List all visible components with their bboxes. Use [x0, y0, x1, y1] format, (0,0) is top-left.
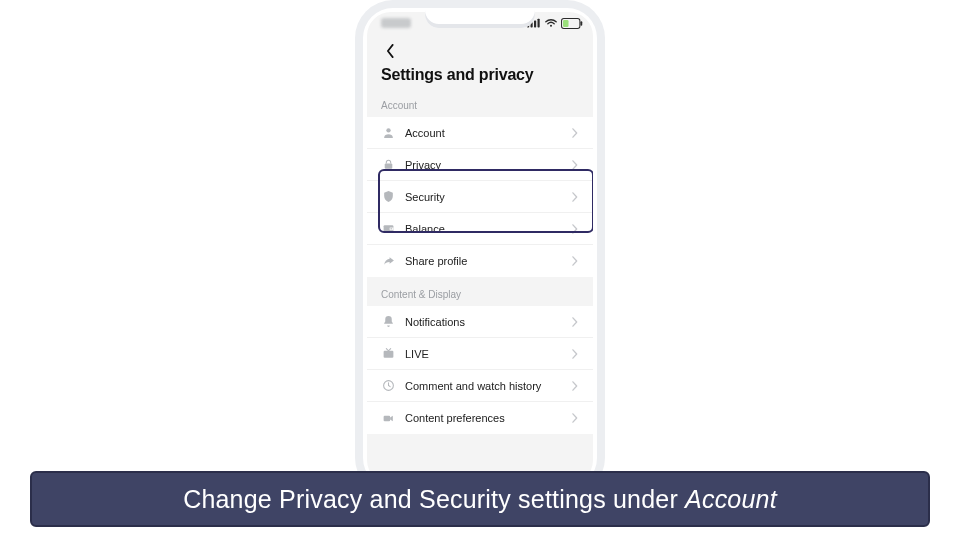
row-label: Share profile [405, 255, 561, 267]
chevron-right-icon [571, 317, 579, 327]
chevron-right-icon [571, 192, 579, 202]
svg-rect-6 [580, 21, 582, 25]
svg-rect-9 [384, 163, 392, 168]
row-account[interactable]: Account [367, 117, 593, 149]
phone-notch [425, 8, 535, 28]
section-header-account: Account [367, 88, 593, 117]
chevron-right-icon [571, 349, 579, 359]
caption-bar: Change Privacy and Security settings und… [30, 471, 930, 527]
row-balance[interactable]: Balance [367, 213, 593, 245]
battery-icon [561, 18, 583, 29]
phone-frame: Settings and privacy Account Account Pri… [363, 8, 597, 488]
chevron-right-icon [571, 256, 579, 266]
svg-rect-13 [383, 351, 393, 358]
svg-rect-3 [538, 19, 540, 28]
svg-point-12 [390, 228, 391, 229]
person-icon [381, 126, 395, 140]
share-icon [381, 254, 395, 268]
wifi-icon [545, 18, 557, 28]
video-icon [381, 411, 395, 425]
chevron-right-icon [571, 413, 579, 423]
caption-emphasis: Account [685, 485, 777, 513]
row-privacy[interactable]: Privacy [367, 149, 593, 181]
caption-prefix: Change Privacy and Security settings und… [183, 485, 685, 513]
row-share-profile[interactable]: Share profile [367, 245, 593, 277]
row-label: Security [405, 191, 561, 203]
row-live[interactable]: LIVE [367, 338, 593, 370]
svg-point-8 [386, 128, 390, 132]
row-label: Privacy [405, 159, 561, 171]
section-content: Notifications LIVE Comment and watch his… [367, 306, 593, 434]
row-label: Balance [405, 223, 561, 235]
live-icon [381, 347, 395, 361]
row-content-preferences[interactable]: Content preferences [367, 402, 593, 434]
chevron-right-icon [571, 128, 579, 138]
row-security[interactable]: Security [367, 181, 593, 213]
section-account: Account Privacy Security Balance [367, 117, 593, 277]
row-label: Account [405, 127, 561, 139]
svg-point-4 [550, 25, 552, 27]
wallet-icon [381, 222, 395, 236]
shield-icon [381, 190, 395, 204]
row-label: Comment and watch history [405, 380, 561, 392]
row-label: LIVE [405, 348, 561, 360]
row-label: Notifications [405, 316, 561, 328]
phone-screen: Settings and privacy Account Account Pri… [367, 12, 593, 484]
back-button[interactable] [381, 42, 399, 60]
page-header: Settings and privacy [367, 34, 593, 88]
clock-icon [381, 379, 395, 393]
svg-rect-2 [534, 20, 536, 27]
lock-icon [381, 158, 395, 172]
caption-text: Change Privacy and Security settings und… [183, 485, 777, 514]
page-title: Settings and privacy [381, 66, 579, 84]
bell-icon [381, 315, 395, 329]
svg-rect-15 [383, 415, 390, 420]
section-header-content: Content & Display [367, 277, 593, 306]
chevron-right-icon [571, 224, 579, 234]
chevron-right-icon [571, 160, 579, 170]
chevron-right-icon [571, 381, 579, 391]
row-comment-history[interactable]: Comment and watch history [367, 370, 593, 402]
row-label: Content preferences [405, 412, 561, 424]
row-notifications[interactable]: Notifications [367, 306, 593, 338]
svg-rect-7 [563, 20, 569, 27]
